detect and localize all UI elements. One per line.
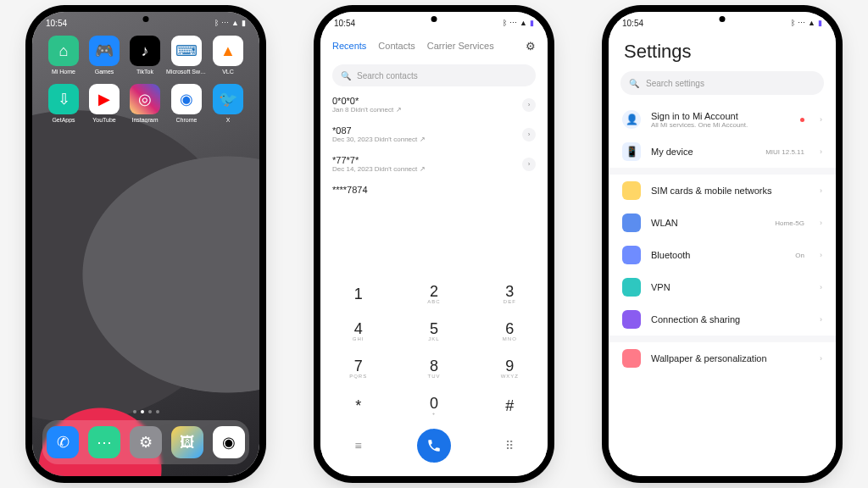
page-title: Settings [609,36,836,71]
dock-app[interactable]: ⚙ [130,426,162,458]
settings-row-label: VPN [651,282,804,292]
bluetooth-icon: ᛒ [503,19,507,27]
dock-app[interactable]: 🖼 [171,426,203,458]
recent-call-row[interactable]: ****7874 [320,179,548,201]
app-getapps[interactable]: ⇩GetApps [44,84,83,124]
dots-icon: ⋯ [221,19,229,27]
settings-row-vpn[interactable]: VPN› [609,271,836,303]
app-instagram[interactable]: ◎Instagram [125,84,164,124]
chevron-right-icon[interactable]: › [522,128,536,141]
settings-row-sim-cards-mobile-networks[interactable]: SIM cards & mobile networks› [609,175,836,207]
search-icon: 🔍 [629,79,639,88]
recents-list: 0*0*0*Jan 8 Didn't connect ↗›*087Dec 30,… [320,90,548,201]
chevron-right-icon: › [820,354,822,363]
tab-carrier-services[interactable]: Carrier Services [427,41,494,51]
settings-row-wlan[interactable]: WLANHome-5G› [609,207,836,239]
settings-row-connection-sharing[interactable]: Connection & sharing› [609,303,836,336]
app-label: TikTok [136,69,153,75]
dialkey-7[interactable]: 7PQRS [320,349,396,386]
phone-dialer: 10:54 ᛒ ⋯ ▲ ▮ RecentsContactsCarrier Ser… [320,12,548,476]
search-contacts[interactable]: 🔍 Search contacts [332,64,536,86]
app-vlc[interactable]: ▲VLC [209,36,248,75]
settings-row-icon [622,181,641,200]
dialkey-6[interactable]: 6MNO [472,312,548,349]
dialkey-5[interactable]: 5JKL [396,312,471,349]
app-icon: ◉ [171,84,202,114]
app-tiktok[interactable]: ♪TikTok [125,36,164,75]
app-icon: 🐦 [213,84,243,114]
app-games[interactable]: 🎮Games [85,36,124,75]
wifi-icon: ▲ [808,19,815,27]
app-label: X [226,117,231,124]
app-microsoft-swiftkey-[interactable]: ⌨Microsoft SwiftKey … [166,36,207,75]
app-label: Games [95,69,114,75]
tab-recents[interactable]: Recents [332,41,366,51]
settings-row-bluetooth[interactable]: BluetoothOn› [609,239,836,271]
app-label: GetApps [52,117,75,124]
search-icon: 🔍 [341,71,351,80]
chevron-right-icon[interactable]: › [522,158,536,171]
phone-settings: 10:54 ᛒ ⋯ ▲ ▮ Settings 🔍 Search settings… [609,12,836,476]
dock-app[interactable]: ✆ [47,426,79,458]
status-bar: 10:54 ᛒ ⋯ ▲ ▮ [609,15,836,30]
dialkey-#[interactable]: # [472,386,548,424]
settings-row-icon [622,246,641,264]
dialkey-9[interactable]: 9WXYZ [472,349,548,386]
recent-call-row[interactable]: *087Dec 30, 2023 Didn't connect ↗› [320,119,548,149]
app-youtube[interactable]: ▶YouTube [85,84,124,124]
dialkey-*[interactable]: * [320,386,396,424]
mi-account-row[interactable]: 👤 Sign in to Mi Account All Mi services.… [609,103,836,136]
dialkey-4[interactable]: 4GHI [320,312,396,349]
recent-call-row[interactable]: 0*0*0*Jan 8 Didn't connect ↗› [320,90,548,119]
dialkey-0[interactable]: 0+ [396,386,471,424]
dialpad: 12ABC3DEF4GHI5JKL6MNO7PQRS8TUV9WXYZ*0+# … [320,201,548,476]
dialkey-1[interactable]: 1 [320,274,396,312]
page-indicator[interactable] [32,410,259,413]
recent-number: 0*0*0* [332,96,515,106]
call-button[interactable] [417,429,451,463]
phone-icon [426,438,442,453]
dialkey-8[interactable]: 8TUV [396,349,471,386]
status-bar: 10:54 ᛒ ⋯ ▲ ▮ [32,15,259,30]
chevron-right-icon: › [820,147,822,156]
recent-call-row[interactable]: *77*7*Dec 14, 2023 Didn't connect ↗› [320,149,548,179]
app-mi-home[interactable]: ⌂Mi Home [44,36,83,75]
section-divider [609,168,836,175]
recent-subtext: Jan 8 Didn't connect ↗ [332,106,515,114]
notification-dot [800,118,804,122]
battery-icon: ▮ [818,19,822,27]
status-bar: 10:54 ᛒ ⋯ ▲ ▮ [320,15,548,30]
device-value: MIUI 12.5.11 [765,148,804,156]
chevron-right-icon: › [820,251,822,259]
bluetooth-icon: ᛒ [214,19,219,27]
app-chrome[interactable]: ◉Chrome [166,84,207,124]
app-x[interactable]: 🐦X [209,84,248,124]
app-label: Microsoft SwiftKey … [166,69,207,75]
status-time: 10:54 [622,19,643,28]
status-time: 10:54 [334,19,355,28]
chevron-right-icon[interactable]: › [522,98,536,112]
dialpad-collapse-icon[interactable]: ⠿ [492,439,526,452]
bluetooth-icon: ᛒ [791,19,795,27]
search-placeholder: Search contacts [357,71,418,80]
dock-app[interactable]: ◉ [213,426,245,458]
app-label: Mi Home [52,69,75,75]
settings-row-wallpaper-personalization[interactable]: Wallpaper & personalization› [609,342,836,374]
menu-icon[interactable]: ≡ [342,439,376,452]
dock-app[interactable]: ⋯ [88,426,120,458]
account-sub: All Mi services. One Mi Account. [651,121,785,129]
status-time: 10:54 [46,19,67,28]
account-label: Sign in to Mi Account [651,111,785,121]
dialkey-3[interactable]: 3DEF [472,274,548,312]
dock: ✆⋯⚙🖼◉ [42,420,249,464]
wifi-icon: ▲ [520,19,527,27]
settings-row-icon [622,349,641,368]
gear-icon[interactable]: ⚙ [526,40,536,53]
settings-row-icon [622,278,641,297]
battery-icon: ▮ [242,19,246,27]
dialkey-2[interactable]: 2ABC [396,274,471,312]
app-icon: ♪ [130,36,160,66]
my-device-row[interactable]: 📱 My device MIUI 12.5.11 › [609,136,836,168]
search-settings[interactable]: 🔍 Search settings [620,71,824,95]
tab-contacts[interactable]: Contacts [378,41,415,51]
